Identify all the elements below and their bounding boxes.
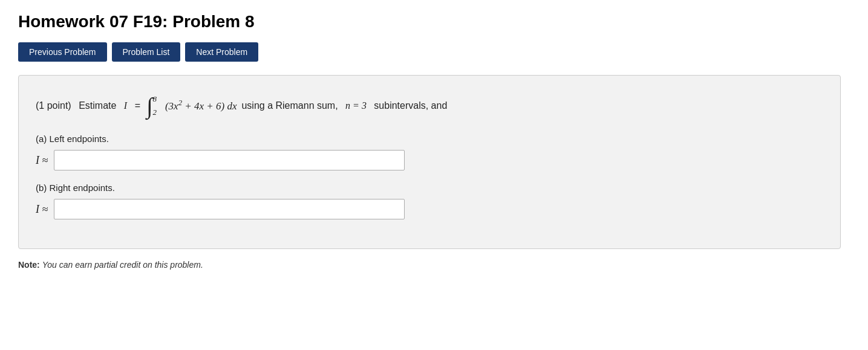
prev-problem-button[interactable]: Previous Problem [18,42,107,62]
nav-buttons: Previous Problem Problem List Next Probl… [18,42,850,62]
part-b-section: (b) Right endpoints. I ≈ [36,183,823,219]
problem-list-button[interactable]: Problem List [112,42,181,62]
note-section: Note: You can earn partial credit on thi… [18,260,850,270]
part-a-label: (a) Left endpoints. [36,134,823,144]
next-problem-button[interactable]: Next Problem [185,42,258,62]
part-a-section: (a) Left endpoints. I ≈ [36,134,823,170]
n-expression: n = 3 [345,96,367,115]
points-text: (1 point) [36,96,71,115]
problem-statement: (1 point) Estimate I = ∫ 8 2 (3x2 + 4x +… [36,90,823,122]
part-b-answer-row: I ≈ [36,199,823,219]
note-content: You can earn partial credit on this prob… [42,260,203,270]
subintervals-text: subintervals, and [374,96,447,115]
intro-text: Estimate [79,96,116,115]
problem-box: (1 point) Estimate I = ∫ 8 2 (3x2 + 4x +… [18,75,841,249]
part-b-input[interactable] [54,199,405,219]
integrand-text: (3x2 + 4x + 6) dx [165,96,237,117]
equals-sign: = [135,96,140,115]
i-symbol: I [124,96,127,115]
note-label: Note: [18,260,40,270]
part-b-answer-label: I ≈ [36,203,48,216]
using-text: using a Riemann sum, [241,96,338,115]
part-a-answer-label: I ≈ [36,154,48,167]
page-title: Homework 07 F19: Problem 8 [18,12,850,31]
part-b-label: (b) Right endpoints. [36,183,823,193]
part-a-input[interactable] [54,150,405,170]
integral-limits: 8 2 [152,90,157,122]
part-a-answer-row: I ≈ [36,150,823,170]
integral-lower-limit: 2 [152,105,157,120]
integral-symbol: ∫ [146,94,152,117]
integral-notation: ∫ 8 2 [146,90,157,122]
